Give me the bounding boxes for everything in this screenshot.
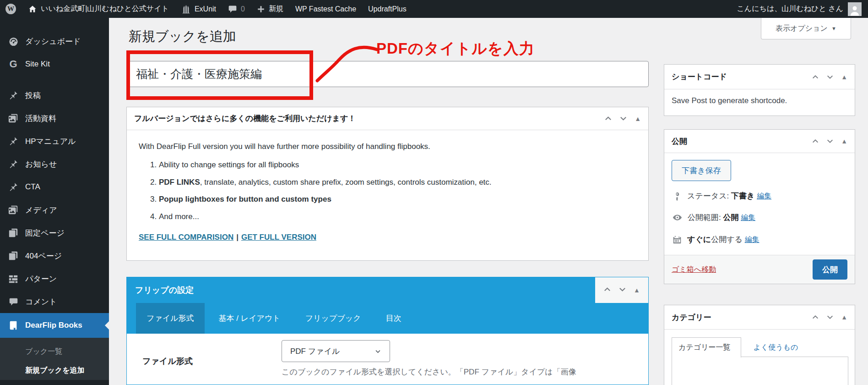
wp-fastest-cache-menu[interactable]: WP Fastest Cache [295, 5, 356, 13]
pushpin-icon [7, 136, 19, 146]
sidebar-item-activity-docs[interactable]: 活動資料 [0, 107, 109, 130]
visibility-label: 公開範囲: [688, 213, 721, 222]
plus-icon [257, 5, 265, 13]
get-full-version-link[interactable]: GET FULL VERSION [241, 233, 316, 242]
comments-count: 0 [241, 5, 245, 13]
exunit-label: ExUnit [195, 5, 216, 13]
tab-basic-layout[interactable]: 基本 / レイアウト [208, 303, 291, 334]
publish-metabox: 公開 ▲ 下書き保存 ステータス: 下書き 編集 公開範囲: 公開 編集 すぐに… [664, 129, 855, 284]
file-format-select[interactable]: PDF ファイル [282, 340, 390, 362]
book-title-input[interactable] [128, 61, 649, 87]
sidebar-item-label: パターン [25, 274, 57, 284]
dearflip-submenu: ブック一覧 新規ブックを追加 [0, 338, 109, 380]
flip-settings-header[interactable]: フリップの設定 ▲ [127, 277, 648, 303]
sidebar-item-dearflip-books[interactable]: DearFlip Books [0, 313, 109, 338]
tab-file-format[interactable]: ファイル形式 [136, 303, 205, 334]
menu-separator [0, 76, 109, 84]
promo-feature-item: Ability to change settings for all flipb… [159, 160, 636, 171]
file-format-field-label: ファイル形式 [142, 356, 193, 367]
toggle-panel-icon[interactable]: ▲ [841, 138, 847, 145]
flip-settings-metabox: フリップの設定 ▲ ファイル形式 基本 / レイアウト フリップブック 目次 フ… [126, 277, 649, 385]
visibility-value: 公開 [723, 213, 738, 222]
sidebar-item-posts[interactable]: 投稿 [0, 84, 109, 107]
sidebar-item-media[interactable]: メディア [0, 198, 109, 221]
edit-schedule-link[interactable]: 編集 [745, 236, 760, 243]
promo-feature-list: Ability to change settings for all flipb… [159, 160, 636, 223]
sidebar-item-patterns[interactable]: パターン [0, 267, 109, 290]
comments-menu[interactable]: 0 [228, 5, 245, 14]
screen-options-button[interactable]: 表示オプション ▼ [761, 18, 851, 39]
shortcode-metabox-header[interactable]: ショートコード ▲ [664, 65, 855, 89]
toggle-panel-icon[interactable]: ▲ [841, 314, 847, 321]
new-content-menu[interactable]: 新規 [257, 4, 283, 14]
sidebar-item-news[interactable]: お知らせ [0, 153, 109, 176]
move-up-icon[interactable] [603, 286, 611, 295]
tab-most-used[interactable]: よく使うもの [753, 343, 798, 351]
category-checklist-panel[interactable] [672, 357, 848, 385]
avatar[interactable] [848, 2, 862, 16]
flip-settings-body: ファイル形式 PDF ファイル このブックのファイル形式を選択してください。「P… [127, 334, 648, 385]
category-metabox: カテゴリー ▲ カテゴリー一覧 よく使うもの [664, 305, 855, 385]
see-full-comparison-link[interactable]: SEE FULL COMPARISION [139, 233, 233, 242]
dashboard-icon [7, 36, 19, 47]
account-menu[interactable]: こんにちは、山川むねひと さん [737, 4, 843, 14]
chevron-down-icon: ▼ [831, 26, 836, 31]
tab-toc[interactable]: 目次 [375, 303, 412, 334]
screen-options-label: 表示オプション [776, 24, 828, 33]
move-to-trash-link[interactable]: ゴミ箱へ移動 [672, 265, 716, 275]
updraftplus-menu[interactable]: UpdraftPlus [368, 5, 407, 13]
tab-flipbook[interactable]: フリップブック [295, 303, 372, 334]
pushpin-icon [7, 182, 19, 192]
sidebar-item-label: DearFlip Books [25, 321, 82, 330]
sidebar-item-label: メディア [25, 205, 57, 215]
publish-metabox-header[interactable]: 公開 ▲ [664, 130, 855, 153]
wordpress-logo-icon: W [5, 4, 16, 14]
move-up-icon[interactable] [812, 73, 819, 81]
sidebar-item-comments[interactable]: コメント [0, 290, 109, 313]
edit-status-link[interactable]: 編集 [757, 192, 771, 200]
move-down-icon[interactable] [826, 138, 834, 145]
submenu-item-add-new-book[interactable]: 新規ブックを追加 [0, 361, 109, 380]
move-down-icon[interactable] [619, 115, 627, 122]
sidebar-item-hp-manual[interactable]: HPマニュアル [0, 130, 109, 153]
flip-settings-tabs: ファイル形式 基本 / レイアウト フリップブック 目次 [127, 303, 648, 334]
media-library-icon [7, 205, 19, 215]
sidebar-item-cta[interactable]: CTA [0, 176, 109, 198]
move-up-icon[interactable] [812, 314, 819, 321]
eye-icon [673, 213, 682, 222]
toggle-panel-icon[interactable]: ▲ [634, 286, 640, 294]
google-g-icon: G [7, 59, 19, 69]
move-down-icon[interactable] [826, 73, 834, 81]
promo-feature-item: PDF LINKS, translate, analytics, custom … [159, 177, 636, 188]
wp-logo-menu[interactable]: W [5, 4, 16, 14]
sidebar-item-label: 投稿 [25, 90, 41, 101]
edit-visibility-link[interactable]: 編集 [741, 214, 755, 221]
sidebar-item-404-pages[interactable]: 404ページ [0, 244, 109, 267]
move-down-icon[interactable] [618, 286, 626, 295]
move-up-icon[interactable] [604, 115, 612, 122]
move-down-icon[interactable] [826, 314, 834, 321]
pushpin-icon [7, 90, 19, 100]
schedule-bold: すぐに [687, 235, 711, 244]
toggle-panel-icon[interactable]: ▲ [635, 115, 641, 122]
status-value: 下書き [731, 192, 754, 200]
sidebar-item-label: 活動資料 [25, 113, 56, 124]
promo-feature-item: And more... [159, 211, 636, 223]
promo-metabox-header[interactable]: フルバージョンではさらに多くの機能をご利用いただけます！ ▲ [127, 107, 648, 130]
tab-all-categories[interactable]: カテゴリー一覧 [672, 337, 741, 358]
publish-button[interactable]: 公開 [813, 259, 847, 280]
sidebar-item-site-kit[interactable]: G Site Kit [0, 53, 109, 76]
visit-site-link[interactable]: いいね金武町|山川むねひと公式サイト [28, 4, 169, 14]
sidebar-item-dashboard[interactable]: ダッシュボード [0, 30, 109, 53]
shortcode-metabox-title: ショートコード [672, 72, 727, 82]
home-icon [28, 5, 37, 14]
sidebar-item-pages[interactable]: 固定ページ [0, 221, 109, 244]
site-name: いいね金武町|山川むねひと公式サイト [41, 4, 169, 14]
category-metabox-header[interactable]: カテゴリー ▲ [664, 305, 855, 330]
exunit-menu[interactable]: ExUnit [181, 4, 216, 14]
move-up-icon[interactable] [812, 138, 819, 145]
submenu-item-book-list[interactable]: ブック一覧 [0, 342, 109, 361]
toggle-panel-icon[interactable]: ▲ [841, 73, 847, 81]
save-draft-button[interactable]: 下書き保存 [672, 160, 731, 181]
admin-bar: W いいね金武町|山川むねひと公式サイト ExUnit 0 新規 WP Fast… [0, 0, 868, 18]
